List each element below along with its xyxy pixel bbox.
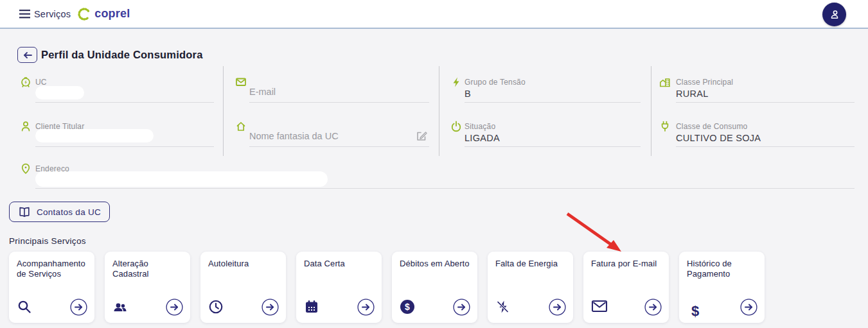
svg-text:$: $ (691, 303, 699, 319)
service-card-data-certa[interactable]: Data Certa (296, 252, 382, 323)
classe-principal-label: Classe Principal (676, 78, 733, 87)
services-menu-label: Serviços (34, 9, 71, 19)
field-underline (249, 146, 429, 147)
people-icon (112, 299, 128, 315)
field-underline (35, 146, 214, 147)
back-button[interactable] (17, 47, 37, 63)
open-service-button[interactable] (70, 298, 87, 316)
contatos-da-uc-label: Contatos da UC (37, 207, 101, 217)
field-underline (35, 188, 855, 189)
field-underline (465, 102, 641, 103)
service-card-acompanhamento[interactable]: Acompanhamento de Serviços (9, 252, 94, 323)
classe-consumo-label: Classe de Consumo (676, 122, 747, 131)
red-annotation-arrow (558, 208, 628, 258)
power-icon (450, 120, 463, 133)
classe-consumo-value: CULTIVO DE SOJA (676, 133, 761, 143)
plug-icon (659, 120, 671, 133)
service-card-historico-de-pagamento[interactable]: Histórico de Pagamento $ (679, 252, 765, 323)
open-service-button[interactable] (261, 298, 279, 316)
column-divider (439, 66, 439, 156)
home-icon (235, 120, 247, 133)
service-card-title: Autoleitura (200, 252, 286, 269)
field-underline (676, 146, 855, 147)
service-card-title: Falta de Energia (488, 252, 573, 269)
person-icon (828, 8, 841, 21)
clock-icon (208, 299, 224, 315)
search-icon (17, 299, 32, 315)
field-underline (465, 146, 641, 147)
coprel-logo[interactable]: coprel (77, 7, 130, 21)
person-outline-icon (19, 120, 32, 133)
cliente-titular-redacted-value (35, 129, 154, 142)
service-card-alteracao-cadastral[interactable]: Alteração Cadastral (105, 252, 190, 323)
uc-label: UC (35, 78, 47, 87)
flash-off-icon (495, 299, 511, 315)
service-card-title: Data Certa (296, 252, 382, 269)
open-service-button[interactable] (453, 298, 470, 316)
service-card-falta-de-energia[interactable]: Falta de Energia (488, 252, 573, 323)
nome-fantasia-field[interactable] (249, 131, 410, 141)
account-avatar-button[interactable] (822, 3, 846, 26)
open-service-button[interactable] (644, 298, 662, 316)
situacao-value: LIGADA (465, 133, 500, 143)
open-service-button[interactable] (549, 298, 566, 316)
service-card-title: Histórico de Pagamento (679, 252, 765, 279)
location-pin-icon (19, 162, 32, 175)
classe-principal-value: RURAL (676, 89, 709, 99)
grupo-tensao-label: Grupo de Tensão (465, 78, 526, 87)
meter-icon (19, 76, 32, 89)
coprel-logo-icon (77, 7, 91, 21)
field-underline (35, 102, 214, 103)
dollar-icon: $ (687, 302, 702, 317)
dollar-circle-icon: $ (400, 299, 415, 315)
column-divider (651, 66, 651, 156)
service-card-title: Débitos em Aberto (392, 252, 477, 269)
calendar-icon (304, 299, 319, 315)
edit-pencil-icon (415, 130, 428, 142)
endereco-redacted-value (35, 171, 328, 187)
arrow-left-icon (23, 51, 32, 59)
service-card-autoleitura[interactable]: Autoleitura (200, 252, 286, 323)
lightning-icon (450, 76, 463, 89)
service-card-title: Fatura por E-mail (583, 252, 669, 269)
contatos-da-uc-button[interactable]: Contatos da UC (9, 202, 110, 222)
top-app-bar: Serviços coprel (0, 0, 868, 29)
service-card-fatura-por-email[interactable]: Fatura por E-mail (583, 252, 669, 323)
services-menu-button[interactable]: Serviços (19, 9, 71, 19)
open-service-button[interactable] (740, 298, 757, 316)
envelope-icon (591, 299, 607, 315)
uc-redacted-value (35, 86, 84, 99)
services-heading: Principais Serviços (9, 236, 86, 246)
edit-button[interactable] (415, 130, 428, 142)
buildings-icon (659, 76, 671, 89)
grupo-tensao-value: B (465, 89, 471, 99)
column-divider (223, 66, 224, 156)
coprel-wordmark: coprel (94, 7, 130, 21)
field-underline (676, 102, 855, 103)
book-icon (18, 207, 31, 218)
open-service-button[interactable] (166, 298, 183, 316)
page-title: Perfil da Unidade Consumidora (41, 49, 203, 61)
envelope-icon (235, 76, 247, 89)
hamburger-menu-icon (19, 10, 30, 19)
service-card-title: Alteração Cadastral (105, 252, 190, 279)
open-service-button[interactable] (357, 298, 375, 316)
svg-text:$: $ (405, 302, 410, 312)
service-card-title: Acompanhamento de Serviços (9, 252, 94, 279)
page: Serviços coprel Perfil d (0, 0, 868, 328)
email-field[interactable] (249, 87, 426, 97)
service-card-debitos-em-aberto[interactable]: Débitos em Aberto $ (392, 252, 477, 323)
situacao-label: Situação (465, 122, 495, 131)
field-underline (249, 102, 429, 103)
